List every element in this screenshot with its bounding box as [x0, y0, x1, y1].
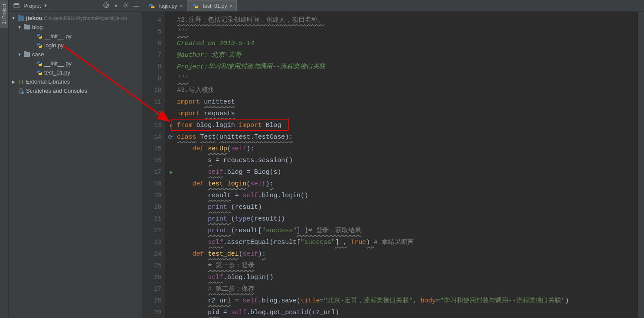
- line-number[interactable]: 10: [142, 84, 161, 96]
- line-number[interactable]: 20: [142, 201, 161, 213]
- editor-scrollbar[interactable]: [638, 12, 644, 318]
- project-panel: Project ▼ ✦ — ▼ jiekou C:\Users\DELL\Pyc…: [9, 0, 142, 318]
- code-line[interactable]: #3.导入模块: [177, 84, 644, 96]
- tree-root[interactable]: ▼ jiekou C:\Users\DELL\PycharmProjects\j…: [9, 13, 142, 23]
- line-number[interactable]: 21: [142, 213, 161, 225]
- line-number[interactable]: 7: [142, 49, 161, 61]
- code-line[interactable]: self.blog = Blog(s): [177, 166, 644, 178]
- code-line[interactable]: self.blog.login(): [177, 272, 644, 283]
- tree-label: jiekou: [26, 15, 42, 21]
- project-header-label: Project: [23, 3, 41, 9]
- tree-file[interactable]: test_01.py: [9, 68, 142, 77]
- close-icon[interactable]: ×: [229, 3, 233, 9]
- tree-file[interactable]: __init__.py: [9, 59, 142, 68]
- code-line[interactable]: #2.注释：包括记录创建时间，创建人，项目名称。: [177, 14, 644, 26]
- tree-scratches[interactable]: Scratches and Consoles: [9, 86, 142, 95]
- line-number[interactable]: 24: [142, 248, 161, 260]
- project-tree[interactable]: ▼ jiekou C:\Users\DELL\PycharmProjects\j…: [9, 12, 142, 97]
- tree-label: case: [32, 51, 44, 58]
- line-number[interactable]: 11: [142, 96, 161, 108]
- line-number[interactable]: 13: [142, 120, 161, 131]
- line-number[interactable]: 25: [142, 260, 161, 272]
- close-icon[interactable]: ×: [180, 3, 183, 9]
- line-number[interactable]: 18: [142, 178, 161, 190]
- code-line[interactable]: import unittest: [177, 96, 644, 108]
- collapse-all-icon[interactable]: ✦: [114, 3, 118, 9]
- code-line[interactable]: self.assertEqual(result["success"] , Tru…: [177, 237, 644, 248]
- line-number[interactable]: 12: [142, 108, 161, 120]
- line-number[interactable]: 16: [142, 155, 161, 166]
- line-number[interactable]: 5: [142, 26, 161, 38]
- project-tool-tab[interactable]: 1: Project: [0, 0, 8, 28]
- code-line[interactable]: import requests: [177, 108, 644, 120]
- project-header-title[interactable]: Project ▼: [11, 2, 47, 9]
- code-line[interactable]: ''': [177, 26, 644, 38]
- project-header: Project ▼ ✦ —: [9, 0, 142, 12]
- python-file-icon: [149, 3, 155, 9]
- folder-icon: [23, 24, 30, 31]
- code-line[interactable]: s = requests.session(): [177, 155, 644, 166]
- line-number[interactable]: 9: [142, 73, 161, 84]
- line-number[interactable]: 27: [142, 283, 161, 295]
- code-line[interactable]: pid = self.blog.get_postid(r2_url): [177, 307, 644, 318]
- code-area[interactable]: #2.注释：包括记录创建时间，创建人，项目名称。'''Created on 20…: [165, 12, 644, 318]
- code-line[interactable]: class Test(unittest.TestCase):: [177, 131, 644, 143]
- line-number[interactable]: 28: [142, 295, 161, 307]
- tree-file[interactable]: login.py: [9, 41, 142, 50]
- line-number[interactable]: 6: [142, 38, 161, 49]
- folder-icon: [23, 51, 30, 58]
- code-line[interactable]: # 第二步：保存: [177, 283, 644, 295]
- python-file-icon: [36, 61, 42, 67]
- code-line[interactable]: result = self.blog.login(): [177, 190, 644, 201]
- svg-point-2: [105, 4, 108, 6]
- line-number[interactable]: 19: [142, 190, 161, 201]
- code-line[interactable]: # 第一步：登录: [177, 260, 644, 272]
- code-line[interactable]: print (result["success"] )# 登录，获取结果: [177, 225, 644, 237]
- project-icon: [13, 2, 20, 9]
- code-line[interactable]: def test_del(self):: [177, 248, 644, 260]
- tree-path: C:\Users\DELL\PycharmProjects\jiekou: [44, 16, 127, 21]
- chevron-down-icon: ▼: [11, 16, 16, 20]
- tree-label: Scratches and Consoles: [26, 88, 87, 94]
- gear-icon[interactable]: [123, 2, 129, 10]
- code-line[interactable]: from blog.login import Blog: [177, 120, 644, 131]
- scratches-icon: [17, 88, 24, 94]
- gutter[interactable]: 4567891011121314151617181920212223242526…: [142, 12, 165, 318]
- editor-body[interactable]: 4567891011121314151617181920212223242526…: [142, 12, 644, 318]
- line-number[interactable]: 15: [142, 143, 161, 155]
- code-line[interactable]: def test_login(self):: [177, 178, 644, 190]
- code-line[interactable]: @author: 北京-宏哥: [177, 49, 644, 61]
- line-number[interactable]: 22: [142, 225, 161, 237]
- line-number[interactable]: 29: [142, 307, 161, 318]
- chevron-down-icon: ▼: [17, 52, 22, 57]
- code-line[interactable]: print (result): [177, 201, 644, 213]
- line-number[interactable]: 23: [142, 237, 161, 248]
- editor-tab[interactable]: test_01.py ×: [187, 0, 237, 11]
- tree-folder-case[interactable]: ▼ case: [9, 50, 142, 59]
- svg-point-8: [125, 4, 127, 6]
- line-number[interactable]: 14: [142, 131, 161, 143]
- locate-icon[interactable]: [103, 2, 109, 10]
- hide-panel-icon[interactable]: —: [133, 2, 139, 9]
- code-line[interactable]: Project:学习和使用封装与调用--流程类接口关联: [177, 61, 644, 73]
- tree-label: login.py: [44, 42, 64, 49]
- code-line[interactable]: ''': [177, 73, 644, 84]
- tree-external-libraries[interactable]: ▶ ⫼ External Libraries: [9, 77, 142, 86]
- tool-window-rail[interactable]: 1: Project: [0, 0, 9, 318]
- code-line[interactable]: def setUp(self):: [177, 143, 644, 155]
- code-line[interactable]: Created on 2019-5-14: [177, 38, 644, 49]
- tree-label: __init__.py: [44, 60, 72, 67]
- line-number[interactable]: 4: [142, 14, 161, 26]
- svg-point-10: [21, 91, 24, 94]
- tree-file[interactable]: __init__.py: [9, 32, 142, 41]
- editor-tab[interactable]: login.py ×: [143, 0, 187, 11]
- code-line[interactable]: r2_url = self.blog.save(title="北京-宏哥，流程类…: [177, 295, 644, 307]
- code-line[interactable]: print (type(result)): [177, 213, 644, 225]
- line-number[interactable]: 26: [142, 272, 161, 283]
- line-number[interactable]: 17: [142, 166, 161, 178]
- line-number[interactable]: 8: [142, 61, 161, 73]
- tree-label: test_01.py: [44, 69, 70, 76]
- tree-folder-blog[interactable]: ▼ blog: [9, 23, 142, 32]
- editor-tabs: login.py × test_01.py ×: [142, 0, 644, 12]
- editor-area: login.py × test_01.py × 4567891011121314…: [142, 0, 644, 318]
